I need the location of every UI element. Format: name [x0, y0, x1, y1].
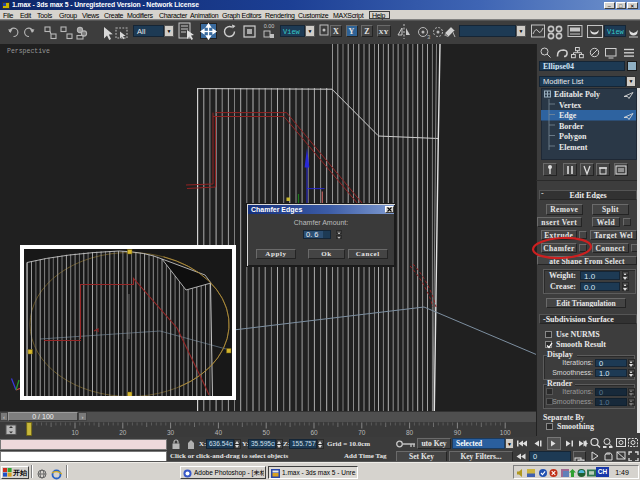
- svg-text:10: 10: [71, 429, 79, 436]
- svg-text:60: 60: [310, 429, 318, 436]
- svg-text:Polygon: Polygon: [559, 132, 587, 141]
- svg-text:20: 20: [119, 429, 127, 436]
- svg-text:40: 40: [215, 429, 223, 436]
- svg-text:30: 30: [167, 429, 175, 436]
- svg-text:90: 90: [454, 429, 462, 436]
- svg-text:50: 50: [263, 429, 271, 436]
- svg-text:80: 80: [406, 429, 414, 436]
- svg-text:70: 70: [358, 429, 366, 436]
- svg-text:3: 3: [427, 34, 431, 40]
- svg-text:100: 100: [500, 429, 511, 436]
- svg-text:Perspective: Perspective: [7, 48, 50, 55]
- svg-text:Edge: Edge: [559, 111, 577, 120]
- svg-text:Element: Element: [559, 143, 588, 152]
- svg-text:Editable Poly: Editable Poly: [554, 90, 600, 99]
- svg-text:Vertex: Vertex: [559, 101, 581, 110]
- svg-text:Border: Border: [559, 122, 584, 131]
